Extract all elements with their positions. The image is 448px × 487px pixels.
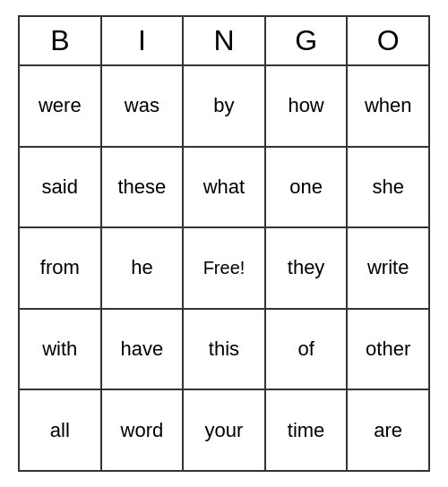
bingo-cell: other bbox=[348, 310, 428, 389]
bingo-cell: what bbox=[184, 148, 266, 227]
bingo-cell: word bbox=[102, 390, 185, 470]
bingo-cell: from bbox=[20, 228, 102, 308]
bingo-row: werewasbyhowwhen bbox=[20, 66, 428, 148]
header-letter: I bbox=[102, 17, 185, 64]
bingo-cell: how bbox=[266, 66, 349, 146]
bingo-body: werewasbyhowwhensaidthesewhatoneshefromh… bbox=[20, 66, 428, 470]
bingo-row: fromheFree!theywrite bbox=[20, 228, 428, 310]
header-letter: G bbox=[266, 17, 349, 64]
bingo-cell: of bbox=[266, 310, 349, 389]
bingo-cell: this bbox=[184, 310, 266, 389]
bingo-cell: when bbox=[348, 66, 428, 146]
bingo-header: BINGO bbox=[20, 17, 428, 66]
bingo-row: allwordyourtimeare bbox=[20, 390, 428, 470]
bingo-row: saidthesewhatoneshe bbox=[20, 148, 428, 229]
bingo-card: BINGO werewasbyhowwhensaidthesewhatonesh… bbox=[18, 15, 430, 472]
bingo-cell: write bbox=[348, 228, 428, 308]
header-letter: O bbox=[348, 17, 428, 64]
header-letter: B bbox=[20, 17, 102, 64]
header-letter: N bbox=[184, 17, 266, 64]
bingo-cell: they bbox=[266, 228, 349, 308]
bingo-cell: were bbox=[20, 66, 102, 146]
bingo-cell: with bbox=[20, 310, 102, 389]
bingo-cell: was bbox=[102, 66, 185, 146]
bingo-cell: he bbox=[102, 228, 185, 308]
bingo-cell: are bbox=[348, 390, 428, 470]
bingo-row: withhavethisofother bbox=[20, 310, 428, 391]
bingo-cell: these bbox=[102, 148, 185, 227]
bingo-cell: your bbox=[184, 390, 266, 470]
bingo-cell: she bbox=[348, 148, 428, 227]
bingo-cell: Free! bbox=[184, 228, 266, 308]
bingo-cell: have bbox=[102, 310, 185, 389]
bingo-cell: one bbox=[266, 148, 349, 227]
bingo-cell: all bbox=[20, 390, 102, 470]
bingo-cell: said bbox=[20, 148, 102, 227]
bingo-cell: by bbox=[184, 66, 266, 146]
bingo-cell: time bbox=[266, 390, 349, 470]
